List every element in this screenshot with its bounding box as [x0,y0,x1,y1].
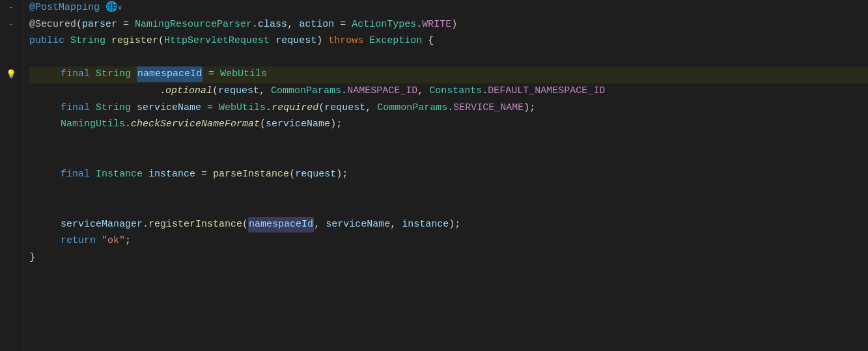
method-parseinstance: parseInstance [213,167,289,182]
lightbulb-icon[interactable]: 💡 [6,68,16,82]
gutter-row-8 [0,117,22,133]
code-line-13 [29,200,868,217]
comma-req: , [365,100,377,116]
annotation-secured: @Secured [29,17,76,33]
method-checkformat: checkServiceNameFormat [131,117,260,132]
paren-close-check: ); [330,117,342,132]
method-optional: optional [165,83,212,99]
code-line-11: final Instance instance = parseInstance(… [29,167,868,184]
code-line-2: @Secured(parser = NamingResourceParser.c… [29,17,868,34]
space3 [270,33,275,49]
type-namingutils: NamingUtils [61,117,125,132]
kw-throws: throws [328,33,363,49]
dot-namespace: . [341,83,347,99]
param-request-2: request [218,83,259,99]
paren-open-secured: ( [76,17,82,33]
space2 [105,33,111,49]
type-httprequest: HttpServletRequest [164,33,270,49]
param-namespaceid-2: namespaceId [248,217,314,232]
type-commonparams-2: CommonParams [377,100,447,116]
var-namespaceid-highlighted: namespaceId [137,66,203,82]
paren-open-1: ( [158,33,164,49]
param-request-4: request [295,167,336,182]
code-line-4 [29,50,868,67]
param-action: action [299,17,334,33]
gutter-row-7 [0,100,22,117]
const-namespace-id: NAMESPACE_ID [347,83,417,99]
dot2: . [416,17,422,33]
paren-open-reg: ( [242,217,248,232]
eq1: = [117,17,135,33]
space1 [64,33,70,49]
type-naming-resource-parser: NamingResourceParser [135,17,252,33]
paren-close-reg: ); [449,217,460,232]
const-default-namespace: DEFAULT_NAMESPACE_ID [488,83,605,99]
dot-register: . [143,217,148,232]
param-parser: parser [82,17,117,33]
comma-reg-1: , [314,217,326,232]
code-line-8: NamingUtils.checkServiceNameFormat(servi… [29,117,868,133]
brace-open-1: { [422,33,434,49]
annotation-chevron: ∨ [118,3,122,14]
space-7 [90,100,96,116]
gutter-row-11 [0,167,22,184]
code-line-9 [29,133,868,150]
space-after-throws [363,33,369,49]
fold-icon-2[interactable]: − [9,20,14,31]
dot-required: . [266,100,272,116]
gutter-row-13 [0,200,22,217]
type-webutils-1: WebUtils [220,66,267,82]
code-line-5: final String namespaceId = WebUtils [29,66,868,83]
param-request: request [275,33,316,49]
comma1: , [287,17,299,33]
method-registerinstance: registerInstance [148,217,242,232]
code-line-1: @PostMapping 🌐 ∨ [29,0,868,17]
type-action-types: ActionTypes [352,17,416,33]
fold-icon-1[interactable]: − [9,3,14,14]
paren-open-opt: ( [212,83,218,99]
eq-service: = [201,100,219,116]
var-instance: instance [148,167,195,182]
param-request-3: request [324,100,365,116]
paren-open-check: ( [260,117,266,132]
comma-opt-2: , [417,83,429,99]
code-line-16: } [29,250,868,267]
gutter-row-5: 💡 [0,66,22,83]
dot-service: . [447,100,453,116]
code-line-7: final String serviceName = WebUtils.requ… [29,100,868,117]
eq2: = [334,17,352,33]
code-line-6: .optional(request, CommonParams.NAMESPAC… [29,83,868,100]
type-webutils-2: WebUtils [219,100,266,116]
field-class: class [258,17,287,33]
brace-close-1: } [29,250,35,266]
dot1: . [252,17,258,33]
gutter-row-3 [0,33,22,50]
annotation-postmapping: @PostMapping [29,0,100,16]
var-servicename: serviceName [137,100,201,116]
code-line-15: return "ok"; [29,233,868,250]
gutter-row-2: − [0,17,22,34]
code-area: @PostMapping 🌐 ∨ @Secured(parser = Namin… [23,0,868,351]
dot-check: . [125,117,131,132]
kw-final-2: final [61,100,90,116]
gutter-row-10 [0,150,22,167]
space-return [96,233,102,249]
eq-instance: = [195,167,213,182]
gutter-row-16 [0,250,22,267]
space-12 [143,167,148,182]
space-4 [90,66,96,82]
param-servicename-2: serviceName [266,117,330,132]
gutter-row-4 [0,50,22,67]
method-register: register [111,33,158,49]
kw-final-3: final [61,167,90,182]
code-line-12 [29,184,868,201]
semicolon-return: ; [125,233,131,249]
param-servicename-3: serviceName [326,217,390,232]
gutter-row-6 [0,83,22,100]
method-required: required [272,100,318,116]
gutter-row-9 [0,133,22,150]
type-string-1: String [70,33,105,49]
editor-container: − − 💡 [0,0,868,351]
gutter-row-15 [0,233,22,250]
space-8 [131,100,137,116]
